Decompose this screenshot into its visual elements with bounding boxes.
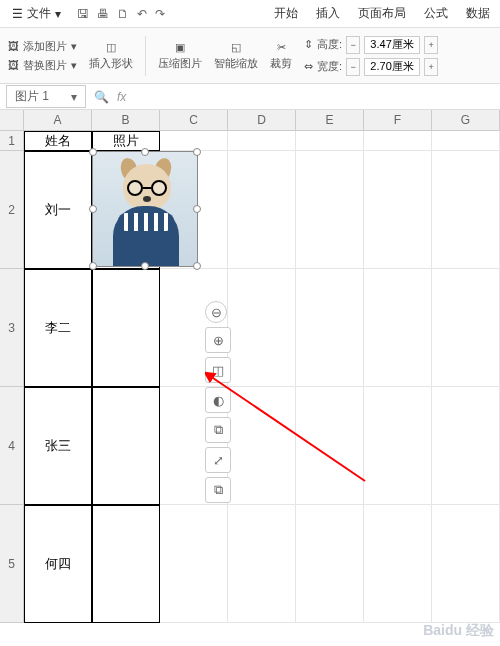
resize-handle[interactable]: [193, 148, 201, 156]
row-header[interactable]: 5: [0, 505, 24, 623]
cell[interactable]: [228, 269, 296, 387]
print-icon[interactable]: 🖶: [97, 7, 109, 21]
preview-icon[interactable]: 🗋: [117, 7, 129, 21]
col-header[interactable]: B: [92, 110, 160, 130]
cell[interactable]: [432, 131, 500, 151]
col-header[interactable]: D: [228, 110, 296, 130]
cell[interactable]: [432, 387, 500, 505]
compress-image-button[interactable]: ▣ 压缩图片: [158, 41, 202, 71]
crop-float-button[interactable]: ◫: [205, 357, 231, 383]
col-header[interactable]: C: [160, 110, 228, 130]
shapes-icon: ◫: [106, 41, 116, 54]
redo-icon[interactable]: ↷: [155, 7, 165, 21]
cell[interactable]: [296, 151, 364, 269]
cell[interactable]: [432, 151, 500, 269]
cell[interactable]: [432, 505, 500, 623]
col-header[interactable]: F: [364, 110, 432, 130]
expand-button[interactable]: ⤢: [205, 447, 231, 473]
tab-data[interactable]: 数据: [460, 1, 496, 26]
row-header[interactable]: 1: [0, 131, 24, 151]
image-swap-icon: 🖼: [8, 59, 19, 71]
tab-formula[interactable]: 公式: [418, 1, 454, 26]
height-input[interactable]: [364, 36, 420, 54]
cell[interactable]: [92, 505, 160, 623]
cell[interactable]: [228, 151, 296, 269]
cell[interactable]: [364, 151, 432, 269]
insert-shape-button[interactable]: ◫ 插入形状: [89, 41, 133, 71]
cell[interactable]: 李二: [24, 269, 92, 387]
file-label: 文件: [27, 5, 51, 22]
cell[interactable]: 刘一: [24, 151, 92, 269]
smart-zoom-button[interactable]: ◱ 智能缩放: [214, 41, 258, 71]
replace-image-button[interactable]: 🖼 替换图片 ▾: [8, 58, 77, 73]
tab-insert[interactable]: 插入: [310, 1, 346, 26]
col-header[interactable]: G: [432, 110, 500, 130]
fx-label: fx: [117, 90, 126, 104]
cell[interactable]: [296, 505, 364, 623]
height-icon: ⇕: [304, 38, 313, 51]
zoom-icon[interactable]: 🔍: [94, 90, 109, 104]
cell[interactable]: [432, 269, 500, 387]
file-menu-button[interactable]: ☰ 文件 ▾: [4, 5, 69, 22]
chevron-down-icon: ▾: [71, 90, 77, 104]
resize-handle[interactable]: [141, 262, 149, 270]
col-header[interactable]: A: [24, 110, 92, 130]
name-box[interactable]: 图片 1 ▾: [6, 85, 86, 108]
chevron-down-icon: ▾: [55, 7, 61, 21]
cell[interactable]: [364, 387, 432, 505]
cell[interactable]: [296, 131, 364, 151]
cell[interactable]: [228, 387, 296, 505]
cell[interactable]: 张三: [24, 387, 92, 505]
cell[interactable]: [364, 131, 432, 151]
col-header[interactable]: E: [296, 110, 364, 130]
cell[interactable]: [364, 505, 432, 623]
idea-button[interactable]: ◐: [205, 387, 231, 413]
width-plus-button[interactable]: +: [424, 58, 438, 76]
resize-handle[interactable]: [193, 205, 201, 213]
resize-handle[interactable]: [89, 205, 97, 213]
width-minus-button[interactable]: −: [346, 58, 360, 76]
cell[interactable]: [160, 505, 228, 623]
cell[interactable]: [228, 131, 296, 151]
cell[interactable]: [92, 387, 160, 505]
ribbon: 🖼 添加图片 ▾ 🖼 替换图片 ▾ ◫ 插入形状 ▣ 压缩图片 ◱ 智能缩放 ✂…: [0, 28, 500, 84]
crop-button[interactable]: ✂ 裁剪: [270, 41, 292, 71]
cell[interactable]: [92, 269, 160, 387]
compress-icon: ▣: [175, 41, 185, 54]
save-icon[interactable]: 🖫: [77, 7, 89, 21]
width-icon: ⇔: [304, 60, 313, 73]
menubar: ☰ 文件 ▾ 🖫 🖶 🗋 ↶ ↷ 开始 插入 页面布局 公式 数据: [0, 0, 500, 28]
zoom-button[interactable]: ⊕: [205, 327, 231, 353]
width-input[interactable]: [364, 58, 420, 76]
row-header[interactable]: 4: [0, 387, 24, 505]
cell[interactable]: 照片: [92, 131, 160, 151]
cell[interactable]: [228, 505, 296, 623]
add-image-button[interactable]: 🖼 添加图片 ▾: [8, 39, 77, 54]
select-all-corner[interactable]: [0, 110, 24, 130]
resize-handle[interactable]: [193, 262, 201, 270]
resize-handle[interactable]: [141, 148, 149, 156]
tab-start[interactable]: 开始: [268, 1, 304, 26]
row-header[interactable]: 3: [0, 269, 24, 387]
row-header[interactable]: 2: [0, 151, 24, 269]
crop-icon: ✂: [277, 41, 286, 54]
height-minus-button[interactable]: −: [346, 36, 360, 54]
collapse-button[interactable]: ⊖: [205, 301, 227, 323]
paste-float-button[interactable]: ⧉: [205, 477, 231, 503]
height-label: 高度:: [317, 37, 342, 52]
resize-handle[interactable]: [89, 262, 97, 270]
selected-image[interactable]: [92, 151, 198, 267]
grid: 1 姓名 照片 2 刘一 3 李二: [0, 131, 500, 623]
copy-float-button[interactable]: ⧉: [205, 417, 231, 443]
cell[interactable]: [364, 269, 432, 387]
height-plus-button[interactable]: +: [424, 36, 438, 54]
undo-icon[interactable]: ↶: [137, 7, 147, 21]
cell[interactable]: 何四: [24, 505, 92, 623]
cell[interactable]: 姓名: [24, 131, 92, 151]
tab-page-layout[interactable]: 页面布局: [352, 1, 412, 26]
dog-photo: [93, 152, 197, 266]
cell[interactable]: [296, 387, 364, 505]
resize-handle[interactable]: [89, 148, 97, 156]
watermark: Baidu 经验: [423, 622, 494, 640]
cell[interactable]: [296, 269, 364, 387]
